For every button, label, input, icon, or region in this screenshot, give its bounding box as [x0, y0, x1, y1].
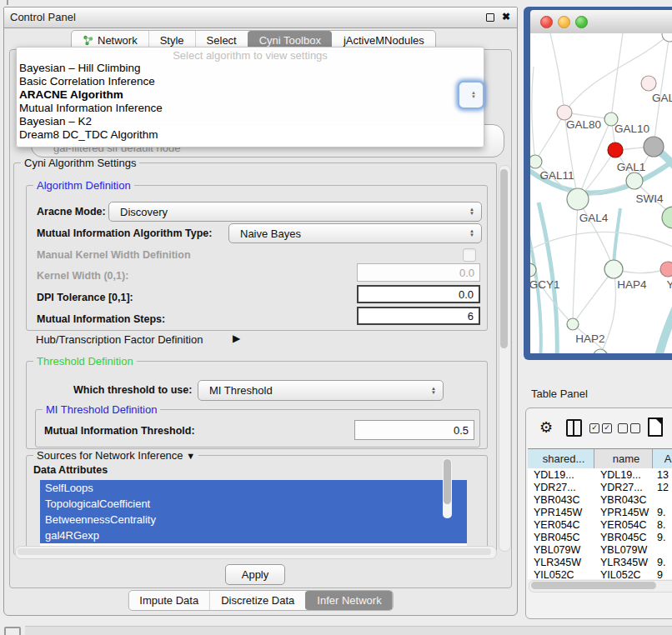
settings-vertical-scrollbar[interactable]: [499, 165, 511, 552]
manual-kernel-checkbox[interactable]: [463, 248, 476, 262]
new-table-icon[interactable]: [648, 418, 663, 437]
network-node[interactable]: [644, 137, 664, 157]
tab-label: Impute Data: [139, 594, 198, 607]
mi-steps-field[interactable]: 6: [357, 307, 480, 325]
tab-label: Network: [98, 34, 138, 47]
cell: YBR045C: [528, 532, 594, 543]
attribute-item-selfloops[interactable]: SelfLoops: [40, 480, 467, 496]
mi-type-value: Naive Bayes: [240, 228, 301, 240]
threshold-definition-group: Threshold Definition Which threshold to …: [26, 361, 488, 449]
table-row[interactable]: YIL052CYIL052C9: [528, 568, 672, 579]
close-icon[interactable]: ✖: [502, 11, 510, 22]
network-node[interactable]: [662, 33, 672, 42]
mi-threshold-value: 0.5: [454, 424, 469, 437]
gear-icon[interactable]: ⚙: [539, 418, 553, 437]
table-row[interactable]: YLR345WYLR345W9.: [528, 556, 672, 568]
attribute-item-topologicalcoefficient[interactable]: TopologicalCoefficient: [40, 496, 467, 512]
hide-all-columns-icon[interactable]: [618, 423, 640, 433]
dpi-tolerance-value: 0.0: [459, 288, 474, 301]
network-node-hap4[interactable]: [604, 260, 623, 278]
attributes-scrollbar[interactable]: [443, 458, 452, 518]
network-node-gal[interactable]: [641, 76, 656, 91]
table-row[interactable]: YBL079WYBL079W: [528, 543, 672, 556]
tab-infer-network[interactable]: Infer Network: [305, 591, 392, 610]
aracne-mode-select[interactable]: Discovery ▲▼: [108, 202, 482, 222]
attribute-item-betweennesscentrality[interactable]: BetweennessCentrality: [40, 512, 467, 528]
algorithm-option-dream8-dc-tdc-algorithm[interactable]: Dream8 DC_TDC Algorithm: [17, 128, 484, 142]
table-row[interactable]: YBR043CYBR043C: [528, 493, 672, 506]
dropdown-placeholder: Select algorithm to view settings: [17, 49, 484, 62]
mi-threshold-field[interactable]: 0.5: [354, 420, 474, 440]
network-graph[interactable]: GALGAL80GAL10GAL1GAL11SWI4GAL4HAP4YGCY1H…: [530, 33, 672, 353]
scrollbar-thumb[interactable]: [444, 459, 451, 504]
table-panel: ⚙ ✓ ✓ shared...nameA YDL19...YDL19...13Y…: [525, 408, 672, 619]
which-threshold-select[interactable]: MI Threshold ▲▼: [198, 380, 444, 401]
spinner-arrows-icon: ▲▼: [471, 91, 476, 99]
column-header-shared[interactable]: shared...: [528, 449, 594, 468]
algorithm-option-bayesian-k2[interactable]: Bayesian – K2: [17, 115, 484, 128]
network-view-titlebar[interactable]: [530, 10, 672, 34]
attribute-item-gal4rgexp[interactable]: gal4RGexp: [40, 528, 467, 543]
network-node-y[interactable]: [660, 262, 672, 277]
apply-button[interactable]: Apply: [225, 564, 285, 585]
column-header-name[interactable]: name: [594, 449, 653, 468]
focused-combo-edge[interactable]: ▲▼: [458, 81, 484, 109]
tab-discretize-data[interactable]: Discretize Data: [209, 591, 305, 610]
network-node-hap2[interactable]: [567, 318, 579, 330]
algorithm-option-mutual-information-inference[interactable]: Mutual Information Inference: [17, 102, 484, 115]
collapsed-panel-button[interactable]: [4, 627, 21, 635]
tab-impute-data[interactable]: Impute Data: [128, 591, 209, 610]
table-toolbar: ⚙ ✓ ✓: [526, 417, 672, 442]
cell: YDR27...: [528, 482, 594, 493]
expand-arrow-icon[interactable]: ▶: [233, 332, 240, 344]
zoom-traffic-light[interactable]: [575, 16, 588, 28]
kernel-width-label: Kernel Width (0,1):: [37, 270, 128, 282]
screen: Control Panel ✖ NetworkStyleSelectCyni T…: [0, 0, 672, 635]
float-window-icon[interactable]: [486, 13, 494, 22]
column-header-a[interactable]: A: [653, 449, 672, 468]
table-horizontal-scrollbar[interactable]: [529, 580, 672, 592]
network-canvas[interactable]: GALGAL80GAL10GAL1GAL11SWI4GAL4HAP4YGCY1H…: [530, 33, 672, 353]
scrollbar-thumb[interactable]: [531, 582, 656, 589]
manual-kernel-label: Manual Kernel Width Definition: [37, 249, 191, 261]
settings-horizontal-scrollbar[interactable]: [15, 546, 497, 559]
network-node[interactable]: [608, 142, 623, 158]
network-node-gal11[interactable]: [530, 155, 542, 168]
mi-type-label: Mutual Information Algorithm Type:: [37, 228, 212, 239]
show-all-columns-icon[interactable]: ✓ ✓: [589, 423, 612, 433]
table-row[interactable]: YBR045CYBR045C9.: [528, 531, 672, 543]
hub-definition-label[interactable]: Hub/Transcription Factor Definition: [36, 333, 203, 346]
minimize-traffic-light[interactable]: [558, 16, 570, 28]
columns-icon[interactable]: [566, 419, 582, 437]
node-label-gal11: GAL11: [539, 169, 574, 182]
mi-steps-value: 6: [468, 310, 474, 322]
divider: [7, 0, 8, 5]
data-attributes-label: Data Attributes: [33, 464, 108, 476]
algorithm-option-aracne-algorithm[interactable]: ARACNE Algorithm: [17, 88, 484, 102]
checked-box-icon: ✓: [589, 423, 599, 433]
kernel-width-value: 0.0: [459, 267, 474, 279]
network-node[interactable]: [662, 207, 672, 228]
node-label-gal4: GAL4: [579, 212, 609, 224]
scrollbar-thumb[interactable]: [500, 169, 508, 348]
node-label-swi4: SWI4: [635, 192, 663, 205]
table-row[interactable]: YER054CYER054C8.: [528, 518, 672, 531]
table-row[interactable]: YDL19...YDL19...13: [528, 468, 672, 481]
aracne-mode-value: Discovery: [120, 206, 168, 218]
table-row[interactable]: YDR27...YDR27...12: [528, 481, 672, 493]
tab-label: Select: [207, 34, 237, 47]
algorithm-definition-group: Algorithm Definition Aracne Mode: Discov…: [26, 185, 488, 331]
spinner-arrows-icon: ▲▼: [431, 387, 436, 395]
network-node-gal1[interactable]: [626, 172, 643, 189]
mi-type-select[interactable]: Naive Bayes ▲▼: [228, 223, 482, 243]
close-traffic-light[interactable]: [540, 16, 553, 28]
network-node[interactable]: [594, 349, 607, 353]
network-node-gal4[interactable]: [567, 188, 589, 210]
dpi-tolerance-field[interactable]: 0.0: [357, 285, 480, 303]
node-label-gal80: GAL80: [566, 118, 601, 131]
collapse-arrow-icon[interactable]: ▼: [186, 451, 195, 461]
algorithm-option-basic-correlation-inference[interactable]: Basic Correlation Inference: [17, 75, 484, 88]
algorithm-option-bayesian-hill-climbing[interactable]: Bayesian – Hill Climbing: [17, 62, 484, 75]
table-row[interactable]: YPR145WYPR145W9.: [528, 506, 672, 518]
scrollbar-thumb[interactable]: [18, 548, 491, 555]
